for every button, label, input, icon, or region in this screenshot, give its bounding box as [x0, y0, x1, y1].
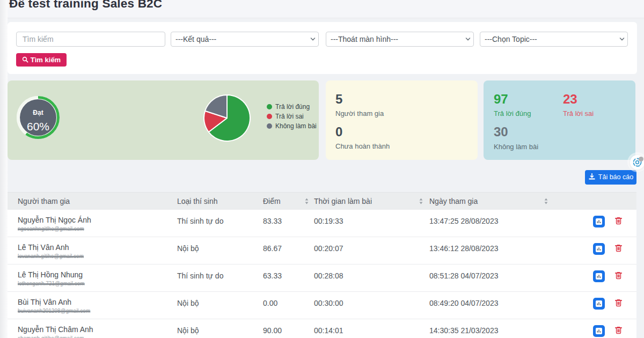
- svg-text:60%: 60%: [27, 120, 49, 133]
- svg-text:Đạt: Đạt: [33, 109, 43, 116]
